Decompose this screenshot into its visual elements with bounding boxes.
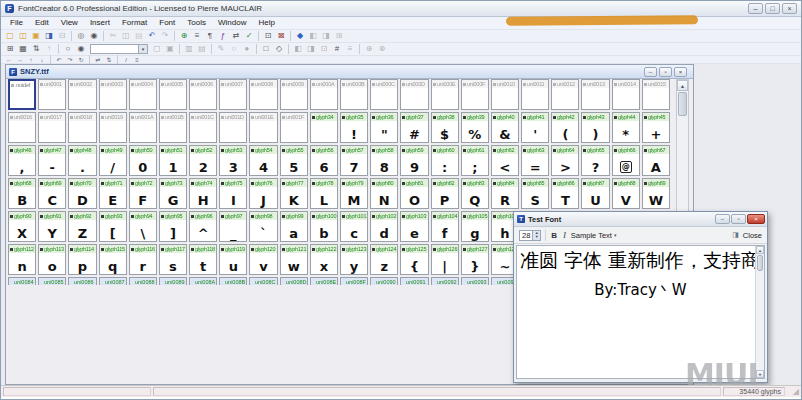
glyph-cell[interactable]: glyph76J — [249, 178, 277, 209]
menu-view[interactable]: View — [55, 17, 84, 29]
glyph-cell[interactable]: glyph65? — [581, 145, 609, 176]
glyph-cell[interactable]: glyph98` — [249, 211, 277, 242]
glyph-cell[interactable]: uni0011 — [521, 79, 549, 110]
glyph-cell[interactable]: glyph73G — [159, 178, 187, 209]
glyph-cell[interactable]: uni0008 — [249, 79, 277, 110]
glyph-cell[interactable]: glyph35! — [340, 112, 368, 143]
new-project-button[interactable]: ◫ — [17, 31, 29, 42]
new-button[interactable]: ▢ — [4, 31, 16, 42]
kerning-button[interactable]: ⇄ — [230, 31, 242, 42]
glyph-cell[interactable]: glyph78L — [310, 178, 338, 209]
glyph-cell[interactable]: glyph80N — [370, 178, 398, 209]
flip-horizontal-button[interactable]: ⇄ — [93, 56, 103, 64]
guides-toggle-button[interactable]: ≡ — [344, 44, 356, 55]
glyph-cell[interactable]: glyph566 — [310, 145, 338, 176]
glyph-cell[interactable]: glyph511 — [159, 145, 187, 176]
glyph-cell[interactable]: glyph120v — [249, 244, 277, 275]
dialog-scroll-thumb[interactable] — [757, 255, 763, 271]
glyph-cell[interactable]: glyph38$ — [431, 112, 459, 143]
glyph-cell[interactable]: glyph71E — [99, 178, 127, 209]
shift-up-button[interactable]: ↑ — [26, 56, 36, 64]
pointer-button[interactable]: ↑ — [43, 44, 55, 55]
glyph-cell[interactable]: uni0004 — [129, 79, 157, 110]
glyph-cell[interactable]: uni0018 — [68, 112, 96, 143]
glyph-cell[interactable]: glyph42( — [551, 112, 579, 143]
glyph-cell[interactable]: uni0085 — [38, 277, 66, 285]
glyph-cell[interactable]: glyph117s — [159, 244, 187, 275]
glyph-cell[interactable]: glyph104f — [431, 211, 459, 242]
glyph-cell[interactable]: glyph72F — [129, 178, 157, 209]
sample-text-dropdown[interactable]: Sample Text ▾ — [571, 231, 617, 240]
align-center-button[interactable]: ⊡ — [318, 44, 330, 55]
dialog-scroll-track[interactable] — [756, 272, 764, 370]
glyph-cell[interactable]: uni001A — [129, 112, 157, 143]
glyph-cell[interactable]: glyph86T — [551, 178, 579, 209]
glyph-cell[interactable]: uni008D — [280, 277, 308, 285]
glyph-cell[interactable]: uni0013 — [581, 79, 609, 110]
dock-icon[interactable]: ◨ — [732, 231, 739, 239]
glyph-cell[interactable]: uni0007 — [219, 79, 247, 110]
glyph-cell[interactable]: uni0084 — [8, 277, 36, 285]
paste-button[interactable]: ▤ — [133, 31, 145, 42]
cell-properties-button[interactable]: ▦ — [17, 44, 29, 55]
redo-button[interactable]: ↷ — [159, 31, 171, 42]
points-toggle-button[interactable]: □ — [260, 44, 272, 55]
resize-grip[interactable]: ◢ — [787, 387, 799, 396]
glyph-cell[interactable]: glyph533 — [219, 145, 247, 176]
glyph-cell[interactable]: uni0090 — [370, 277, 398, 285]
glyph-cell[interactable]: glyph66@ — [612, 145, 640, 176]
find-button[interactable]: ◉ — [88, 31, 100, 42]
glyph-cell[interactable]: glyph69C — [38, 178, 66, 209]
glyph-cell[interactable]: uni0017 — [38, 112, 66, 143]
glyph-cell[interactable]: glyph94\ — [129, 211, 157, 242]
dialog-maximize-button[interactable]: ▫ — [731, 214, 746, 224]
glyph-cell[interactable]: glyph118t — [189, 244, 217, 275]
glyph-cell[interactable]: glyph95] — [159, 211, 187, 242]
glyph-cell[interactable]: glyph68B — [8, 178, 36, 209]
glyph-cell[interactable]: glyph577 — [340, 145, 368, 176]
glyph-cell[interactable]: uni0006 — [189, 79, 217, 110]
glyph-cell[interactable]: glyph39% — [461, 112, 489, 143]
zoom-in-button[interactable]: ◉ — [75, 44, 87, 55]
cascade-button[interactable]: ◨ — [320, 31, 332, 42]
transform-button[interactable]: ƒ — [217, 31, 229, 42]
glyph-cell[interactable]: glyph119u — [219, 244, 247, 275]
glyph-cell[interactable]: glyph93[ — [99, 211, 127, 242]
glyph-cell[interactable]: uni0002 — [68, 79, 96, 110]
glyph-cell[interactable]: glyph100b — [310, 211, 338, 242]
bold-button[interactable]: B — [550, 231, 558, 240]
glyph-cell[interactable]: glyph101c — [340, 211, 368, 242]
dialog-scroll-down-button[interactable]: ▼ — [756, 370, 764, 378]
glyph-cell[interactable]: glyph90X — [8, 211, 36, 242]
glyph-cell[interactable]: uni000A — [310, 79, 338, 110]
glyph-cell[interactable]: uni000F — [461, 79, 489, 110]
glyph-cell[interactable]: uni0019 — [99, 112, 127, 143]
glyph-cell[interactable]: uni001E — [249, 112, 277, 143]
zoom-out-button[interactable]: ○ — [62, 44, 74, 55]
draw-contour-button[interactable]: ✎ — [215, 44, 227, 55]
test-font-button[interactable]: ⊡ — [262, 31, 274, 42]
flip-vertical-button[interactable]: ⇅ — [104, 56, 114, 64]
insert-character-button[interactable]: ⊕ — [178, 31, 190, 42]
shift-down-button[interactable]: ↓ — [37, 56, 47, 64]
glyph-cell[interactable]: glyph64> — [551, 145, 579, 176]
glyph-cell[interactable]: glyph112n — [8, 244, 36, 275]
glyph-info-button[interactable]: ◆ — [294, 31, 306, 42]
glyph-cell[interactable]: glyph75I — [219, 178, 247, 209]
scroll-thumb[interactable] — [678, 92, 687, 116]
test-preview-area[interactable]: 准圆 字体 重新制作，支持商标 By:Tracy丶W ▲ ▼ — [516, 245, 765, 379]
glyph-cell[interactable]: glyph83Q — [461, 178, 489, 209]
glyph-cell[interactable]: uni008F — [340, 277, 368, 285]
undo-button[interactable]: ↶ — [146, 31, 158, 42]
align-right-button[interactable]: ◨ — [305, 44, 317, 55]
bold-weight-button[interactable]: ≡ — [132, 56, 142, 64]
document-minimize-button[interactable]: – — [644, 67, 657, 77]
glyph-cell[interactable]: uni008E — [310, 277, 338, 285]
glyph-cell[interactable]: uni008B — [219, 277, 247, 285]
glyph-cell[interactable]: glyph34 — [310, 112, 338, 143]
glyph-cell[interactable]: uni000B — [340, 79, 368, 110]
glyph-cell[interactable]: glyph85S — [521, 178, 549, 209]
open-installed-button[interactable]: ◎ — [75, 31, 87, 42]
glyph-cell[interactable]: uni0003 — [99, 79, 127, 110]
open-button[interactable]: ▣ — [30, 31, 42, 42]
